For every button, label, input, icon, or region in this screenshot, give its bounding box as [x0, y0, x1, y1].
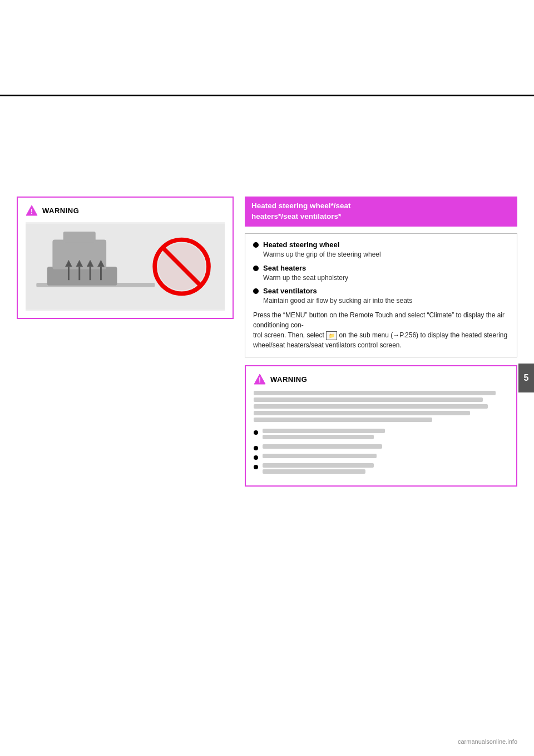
bottom-bullet-2 [254, 444, 508, 450]
info-box: Heated steering wheel Warms up the grip … [245, 233, 517, 357]
main-text-1: Press the “MENU” button on the Remote To… [253, 311, 505, 329]
bullet-dot-2 [253, 266, 259, 271]
bottom-warning-header: ! WARNING [254, 373, 508, 385]
bullet-desc-1: Warms up the grip of the steering wheel [263, 250, 509, 259]
bullet-label-1: Heated steering wheel [263, 240, 339, 249]
bullet-item-3: Seat ventilators [253, 287, 509, 295]
warning-image-area [26, 222, 225, 311]
svg-rect-4 [47, 267, 117, 286]
bottom-bullet-4 [254, 463, 508, 475]
bottom-warning-triangle-icon: ! [254, 373, 266, 385]
svg-point-17 [158, 243, 205, 290]
top-rule [0, 95, 534, 96]
page-container: ! WARNING [0, 0, 534, 756]
bullet-desc-2: Warm up the seat upholstery [263, 273, 509, 283]
bottom-bullet-3 [254, 454, 508, 460]
left-column: ! WARNING [17, 197, 234, 487]
bottom-warning-box: ! WARNING [245, 365, 517, 487]
bullet-item-2: Seat heaters [253, 264, 509, 272]
svg-rect-6 [63, 232, 96, 242]
bottom-bullet-text-2 [263, 444, 382, 450]
seat-illustration [26, 222, 225, 311]
svg-text:!: ! [259, 376, 261, 384]
top-blank-area [0, 11, 534, 95]
warning-triangle-icon: ! [26, 204, 38, 217]
bullet-label-2: Seat heaters [263, 264, 306, 272]
bullet-dot-1 [253, 242, 259, 248]
main-paragraph: Press the “MENU” button on the Remote To… [253, 310, 509, 350]
bottom-bullet-text-4 [263, 463, 374, 475]
bottom-bullet-1 [254, 429, 508, 441]
left-warning-header: ! WARNING [26, 204, 225, 217]
svg-text:!: ! [31, 208, 33, 215]
bullet-item-1: Heated steering wheel [253, 240, 509, 249]
section-header-line1: Heated steering wheel*/seat [251, 202, 351, 210]
main-text-2: trol screen. Then, select [253, 331, 324, 339]
bullet-label-3: Seat ventilators [263, 287, 317, 295]
bottom-bullet-text-1 [263, 429, 385, 441]
bottom-bullet-dot-3 [254, 455, 258, 460]
bottom-warning-title: WARNING [270, 375, 307, 384]
left-warning-box: ! WARNING [17, 197, 234, 319]
bottom-bullet-text-3 [263, 454, 377, 460]
content-area: ! WARNING [0, 185, 534, 498]
watermark: carmanualsonline.info [458, 738, 517, 745]
bottom-bullet-dot-2 [254, 446, 258, 450]
right-column: Heated steering wheel*/seat heaters*/sea… [245, 197, 517, 487]
section-header-line2: heaters*/seat ventilators* [251, 212, 341, 220]
bottom-bullet-dot-1 [254, 430, 258, 435]
bottom-warning-text-block [254, 391, 508, 422]
section-tab: 5 [518, 364, 534, 392]
bullet-desc-3: Maintain good air flow by sucking air in… [263, 296, 509, 306]
bottom-bullet-dot-4 [254, 465, 258, 469]
seat-icon: 📁 [326, 331, 337, 340]
left-warning-title: WARNING [42, 207, 79, 215]
section-header-box: Heated steering wheel*/seat heaters*/sea… [245, 197, 517, 227]
bullet-dot-3 [253, 288, 259, 294]
